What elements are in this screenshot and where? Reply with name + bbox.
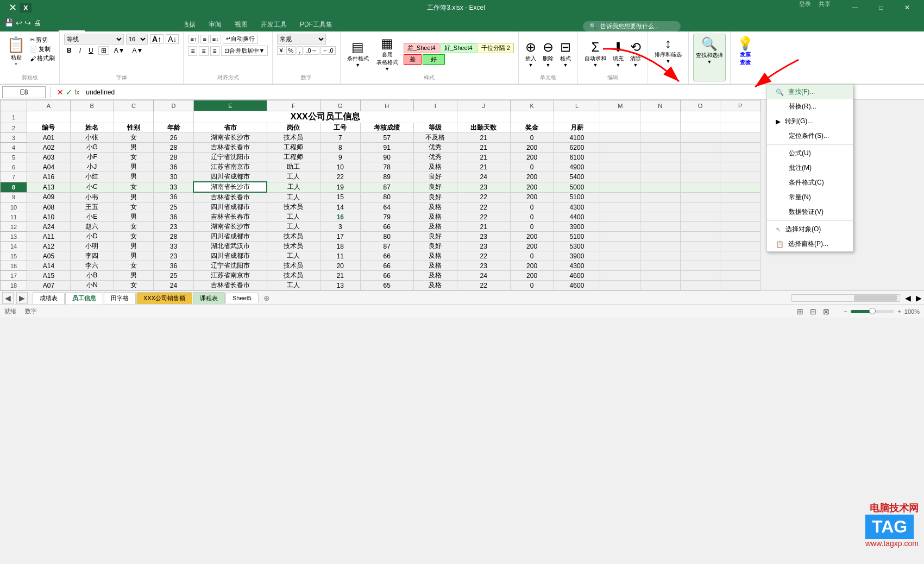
col-header-f[interactable]: F [267,100,320,111]
active-cell-e8[interactable]: 湖南省长沙市 [193,182,267,192]
view-layout-btn[interactable]: ⊟ [810,307,816,316]
row-num-9[interactable]: 9 [1,192,27,202]
undo-quick-btn[interactable]: ↩ [16,18,22,27]
format-painter-btn[interactable]: 🖌格式刷 [30,54,55,62]
close-btn[interactable]: ✕ [895,0,920,15]
conditional-format-btn[interactable]: ▤ 条件格式 ▼ [345,37,371,70]
paste-btn[interactable]: 📋 粘贴 ▼ [4,34,28,69]
row-num-2[interactable]: 2 [1,123,27,133]
row-num-12[interactable]: 12 [1,222,27,232]
menu-select-objects[interactable]: ↖ 选择对象(O) [767,222,853,237]
ideas-btn[interactable]: 💡 发票 查验 [735,34,756,81]
font-size-select[interactable]: 16 [126,34,148,45]
style-thousand[interactable]: 千位分隔 2 [477,43,514,53]
tab-review[interactable]: 审阅 [202,17,228,31]
fill-color-btn[interactable]: A▼ [111,46,128,55]
menu-formulas[interactable]: 公式(U) [767,146,853,161]
row-num-17[interactable]: 17 [1,271,27,281]
align-left-btn[interactable]: ≡ [188,46,197,56]
merge-btn[interactable]: ⊡合并后居中▼ [221,46,268,56]
col-header-a[interactable]: A [27,100,71,111]
sheet-nav-right[interactable]: ▶ [16,292,28,304]
autosum-btn[interactable]: Σ 自动求和 ▼ [582,37,608,70]
row-num-16[interactable]: 16 [1,261,27,271]
row-num-13[interactable]: 13 [1,232,27,242]
sort-filter-btn[interactable]: ↕ 排序和筛选 ▼ [652,34,684,81]
col-header-i[interactable]: I [413,100,457,111]
zoom-slider[interactable] [851,310,894,313]
tab-pdf[interactable]: PDF工具集 [293,17,339,31]
row-num-4[interactable]: 4 [1,143,27,153]
decrease-font-btn[interactable]: A↓ [166,34,179,44]
table-format-btn[interactable]: ▦ 套用 表格格式 ▼ [374,34,400,74]
menu-goto-special[interactable]: 定位条件(S)... [767,129,853,143]
login-btn[interactable]: 登录 [799,0,818,15]
border-btn[interactable]: ⊞ [98,46,109,55]
maximize-btn[interactable]: □ [869,0,894,15]
menu-replace[interactable]: 替换(R)... [767,99,853,114]
menu-constants[interactable]: 常量(N) [767,190,853,205]
print-quick-btn[interactable]: 🖨 [33,18,41,27]
currency-btn[interactable]: ¥ [277,46,285,55]
increase-decimal-btn[interactable]: .0→ [304,46,319,55]
row-num-5[interactable]: 5 [1,153,27,162]
sheet-tab-xiaoshoue[interactable]: XXX公司销售额 [136,292,192,304]
row-num-1[interactable]: 1 [1,111,27,123]
col-header-b[interactable]: B [70,100,114,111]
find-select-btn[interactable]: 🔍 查找和选择 ▼ [693,34,726,81]
col-header-l[interactable]: L [554,100,600,111]
col-header-c[interactable]: C [114,100,154,111]
col-header-p[interactable]: P [720,100,760,111]
style-good[interactable]: 好 [423,54,445,65]
sheet-tab-tianzi[interactable]: 田字格 [104,292,136,304]
format-cell-btn[interactable]: ⊟ 格式 ▼ [558,37,573,70]
sheet-tab-yuangongxinxi[interactable]: 员工信息 [65,292,103,305]
font-color-btn[interactable]: A▼ [130,46,146,55]
col-header-o[interactable]: O [680,100,720,111]
fill-btn[interactable]: ⬇ 填充 ▼ [611,37,626,70]
sheet-nav-left[interactable]: ◀ [2,292,14,304]
cell-reference-box[interactable]: E8 [2,86,46,98]
row-num-11[interactable]: 11 [1,212,27,222]
wrap-text-btn[interactable]: ↵自动换行 [223,34,258,44]
style-bad-sheet4[interactable]: 差_Sheet4 [404,43,439,53]
row-num-8[interactable]: 8 [1,182,27,192]
cut-btn[interactable]: ✂剪切 [30,36,55,44]
col-header-j[interactable]: J [457,100,510,111]
menu-validation[interactable]: 数据验证(V) [767,205,853,219]
tab-dev[interactable]: 开发工具 [254,17,293,31]
sheet-tab-sheet5[interactable]: Sheet5 [225,293,259,303]
row-num-15[interactable]: 15 [1,251,27,261]
align-right-btn[interactable]: ≡ [210,46,219,56]
row-num-7[interactable]: 7 [1,172,27,182]
tab-view[interactable]: 视图 [228,17,254,31]
align-center-btn[interactable]: ≡ [199,46,208,56]
percent-btn[interactable]: % [286,46,296,55]
delete-cell-btn[interactable]: ⊖ 删除 ▼ [540,37,556,70]
sheet-tab-kechengbiao[interactable]: 课程表 [193,292,225,304]
menu-find[interactable]: 🔍 查找(F)... [767,85,853,99]
row-num-14[interactable]: 14 [1,242,27,251]
col-header-e[interactable]: E [193,100,267,111]
zoom-increase-btn[interactable]: ＋ [896,307,902,315]
number-format-select[interactable]: 常规 [277,34,326,45]
save-quick-btn[interactable]: 💾 [4,18,14,27]
col-header-k[interactable]: K [510,100,554,111]
col-header-n[interactable]: N [640,100,681,111]
copy-btn[interactable]: 📄复制 [30,45,55,53]
redo-quick-btn[interactable]: ↪ [24,18,31,27]
horizontal-scrollbar[interactable] [791,294,900,302]
col-header-m[interactable]: M [600,100,640,111]
menu-conditional[interactable]: 条件格式(C) [767,175,853,190]
insert-cell-btn[interactable]: ⊕ 插入 ▼ [523,37,538,70]
share-btn[interactable]: 共享 [819,0,841,15]
align-top-btn[interactable]: ≡↑ [188,35,199,43]
col-header-h[interactable]: H [360,100,413,111]
zoom-decrease-btn[interactable]: － [843,307,848,315]
sheet-tab-add-btn[interactable]: ⊕ [259,293,274,303]
sheet-tab-chengjibiao[interactable]: 成绩表 [33,292,65,304]
font-name-select[interactable]: 等线 [64,34,124,45]
row-num-6[interactable]: 6 [1,162,27,172]
clear-btn[interactable]: ⟲ 清除 ▼ [628,37,643,70]
row-num-18[interactable]: 18 [1,281,27,290]
